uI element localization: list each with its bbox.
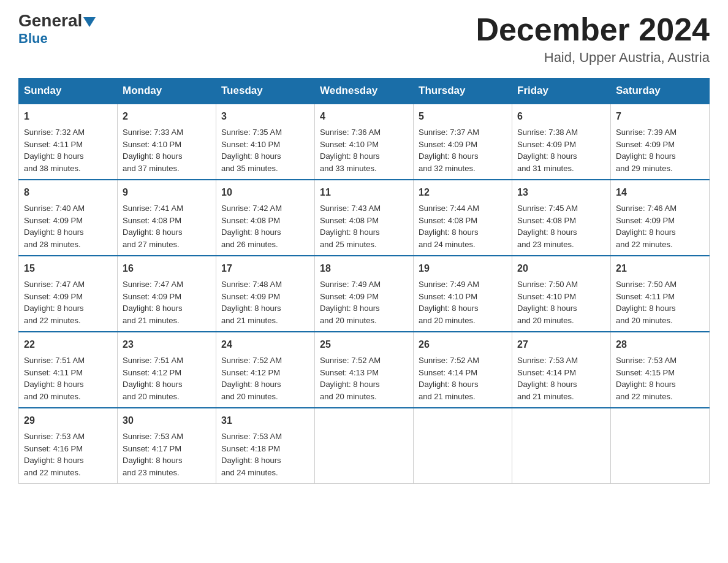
calendar-cell: 9Sunrise: 7:41 AM Sunset: 4:08 PM Daylig… xyxy=(118,180,216,256)
day-number: 23 xyxy=(123,337,211,352)
day-info: Sunrise: 7:51 AM Sunset: 4:11 PM Dayligh… xyxy=(24,354,112,402)
day-number: 30 xyxy=(123,413,211,428)
calendar-cell: 22Sunrise: 7:51 AM Sunset: 4:11 PM Dayli… xyxy=(19,332,118,408)
day-number: 14 xyxy=(616,185,704,200)
day-info: Sunrise: 7:47 AM Sunset: 4:09 PM Dayligh… xyxy=(123,278,211,326)
day-info: Sunrise: 7:32 AM Sunset: 4:11 PM Dayligh… xyxy=(24,126,112,174)
calendar-cell: 5Sunrise: 7:37 AM Sunset: 4:09 PM Daylig… xyxy=(414,104,512,180)
calendar-cell: 12Sunrise: 7:44 AM Sunset: 4:08 PM Dayli… xyxy=(414,180,512,256)
title-area: December 2024 Haid, Upper Austria, Austr… xyxy=(476,12,710,66)
calendar-cell: 15Sunrise: 7:47 AM Sunset: 4:09 PM Dayli… xyxy=(19,256,118,332)
month-title: December 2024 xyxy=(476,12,710,47)
day-info: Sunrise: 7:50 AM Sunset: 4:11 PM Dayligh… xyxy=(616,278,704,326)
header-saturday: Saturday xyxy=(611,79,710,104)
day-number: 22 xyxy=(24,337,112,352)
day-number: 31 xyxy=(221,413,309,428)
calendar-cell: 16Sunrise: 7:47 AM Sunset: 4:09 PM Dayli… xyxy=(118,256,216,332)
day-number: 19 xyxy=(419,261,507,276)
page-header: General Blue December 2024 Haid, Upper A… xyxy=(18,12,710,66)
day-info: Sunrise: 7:53 AM Sunset: 4:15 PM Dayligh… xyxy=(616,354,704,402)
calendar-cell: 7Sunrise: 7:39 AM Sunset: 4:09 PM Daylig… xyxy=(611,104,710,180)
day-number: 1 xyxy=(24,109,112,124)
day-info: Sunrise: 7:33 AM Sunset: 4:10 PM Dayligh… xyxy=(123,126,211,174)
calendar-cell: 13Sunrise: 7:45 AM Sunset: 4:08 PM Dayli… xyxy=(512,180,611,256)
header-sunday: Sunday xyxy=(19,79,118,104)
calendar-cell: 17Sunrise: 7:48 AM Sunset: 4:09 PM Dayli… xyxy=(216,256,315,332)
day-number: 21 xyxy=(616,261,704,276)
calendar-cell: 11Sunrise: 7:43 AM Sunset: 4:08 PM Dayli… xyxy=(315,180,414,256)
day-info: Sunrise: 7:36 AM Sunset: 4:10 PM Dayligh… xyxy=(320,126,408,174)
calendar-cell xyxy=(512,408,611,484)
day-info: Sunrise: 7:52 AM Sunset: 4:12 PM Dayligh… xyxy=(221,354,309,402)
logo-general-text: General xyxy=(18,11,82,30)
day-number: 4 xyxy=(320,109,408,124)
day-info: Sunrise: 7:47 AM Sunset: 4:09 PM Dayligh… xyxy=(24,278,112,326)
calendar-cell: 31Sunrise: 7:53 AM Sunset: 4:18 PM Dayli… xyxy=(216,408,315,484)
calendar-table: SundayMondayTuesdayWednesdayThursdayFrid… xyxy=(18,78,710,484)
day-info: Sunrise: 7:49 AM Sunset: 4:10 PM Dayligh… xyxy=(419,278,507,326)
day-info: Sunrise: 7:53 AM Sunset: 4:14 PM Dayligh… xyxy=(517,354,605,402)
calendar-cell: 2Sunrise: 7:33 AM Sunset: 4:10 PM Daylig… xyxy=(118,104,216,180)
calendar-week-row: 29Sunrise: 7:53 AM Sunset: 4:16 PM Dayli… xyxy=(19,408,710,484)
day-number: 28 xyxy=(616,337,704,352)
calendar-cell: 6Sunrise: 7:38 AM Sunset: 4:09 PM Daylig… xyxy=(512,104,611,180)
calendar-cell: 29Sunrise: 7:53 AM Sunset: 4:16 PM Dayli… xyxy=(19,408,118,484)
day-info: Sunrise: 7:53 AM Sunset: 4:16 PM Dayligh… xyxy=(24,431,112,478)
calendar-cell xyxy=(315,408,414,484)
day-number: 20 xyxy=(517,261,605,276)
day-number: 18 xyxy=(320,261,408,276)
calendar-cell: 25Sunrise: 7:52 AM Sunset: 4:13 PM Dayli… xyxy=(315,332,414,408)
day-number: 29 xyxy=(24,413,112,428)
day-number: 10 xyxy=(221,185,309,200)
day-number: 2 xyxy=(123,109,211,124)
header-monday: Monday xyxy=(118,79,216,104)
day-number: 27 xyxy=(517,337,605,352)
day-info: Sunrise: 7:52 AM Sunset: 4:14 PM Dayligh… xyxy=(419,354,507,402)
logo-general: General xyxy=(18,12,96,29)
day-number: 13 xyxy=(517,185,605,200)
calendar-cell: 19Sunrise: 7:49 AM Sunset: 4:10 PM Dayli… xyxy=(414,256,512,332)
calendar-cell: 26Sunrise: 7:52 AM Sunset: 4:14 PM Dayli… xyxy=(414,332,512,408)
calendar-cell: 1Sunrise: 7:32 AM Sunset: 4:11 PM Daylig… xyxy=(19,104,118,180)
day-number: 24 xyxy=(221,337,309,352)
day-number: 7 xyxy=(616,109,704,124)
calendar-week-row: 22Sunrise: 7:51 AM Sunset: 4:11 PM Dayli… xyxy=(19,332,710,408)
day-number: 11 xyxy=(320,185,408,200)
day-number: 12 xyxy=(419,185,507,200)
day-number: 25 xyxy=(320,337,408,352)
logo-blue-text: Blue xyxy=(18,31,48,47)
day-info: Sunrise: 7:48 AM Sunset: 4:09 PM Dayligh… xyxy=(221,278,309,326)
day-info: Sunrise: 7:44 AM Sunset: 4:08 PM Dayligh… xyxy=(419,202,507,250)
calendar-cell: 23Sunrise: 7:51 AM Sunset: 4:12 PM Dayli… xyxy=(118,332,216,408)
day-info: Sunrise: 7:49 AM Sunset: 4:09 PM Dayligh… xyxy=(320,278,408,326)
day-info: Sunrise: 7:41 AM Sunset: 4:08 PM Dayligh… xyxy=(123,202,211,250)
day-number: 5 xyxy=(419,109,507,124)
calendar-cell: 30Sunrise: 7:53 AM Sunset: 4:17 PM Dayli… xyxy=(118,408,216,484)
day-number: 17 xyxy=(221,261,309,276)
calendar-week-row: 15Sunrise: 7:47 AM Sunset: 4:09 PM Dayli… xyxy=(19,256,710,332)
day-info: Sunrise: 7:35 AM Sunset: 4:10 PM Dayligh… xyxy=(221,126,309,174)
day-number: 26 xyxy=(419,337,507,352)
calendar-cell: 21Sunrise: 7:50 AM Sunset: 4:11 PM Dayli… xyxy=(611,256,710,332)
day-info: Sunrise: 7:42 AM Sunset: 4:08 PM Dayligh… xyxy=(221,202,309,250)
day-info: Sunrise: 7:38 AM Sunset: 4:09 PM Dayligh… xyxy=(517,126,605,174)
day-number: 3 xyxy=(221,109,309,124)
day-number: 6 xyxy=(517,109,605,124)
header-friday: Friday xyxy=(512,79,611,104)
day-info: Sunrise: 7:53 AM Sunset: 4:18 PM Dayligh… xyxy=(221,431,309,478)
day-number: 8 xyxy=(24,185,112,200)
day-info: Sunrise: 7:50 AM Sunset: 4:10 PM Dayligh… xyxy=(517,278,605,326)
calendar-cell: 24Sunrise: 7:52 AM Sunset: 4:12 PM Dayli… xyxy=(216,332,315,408)
calendar-cell: 3Sunrise: 7:35 AM Sunset: 4:10 PM Daylig… xyxy=(216,104,315,180)
day-info: Sunrise: 7:53 AM Sunset: 4:17 PM Dayligh… xyxy=(123,431,211,478)
calendar-cell xyxy=(611,408,710,484)
day-info: Sunrise: 7:40 AM Sunset: 4:09 PM Dayligh… xyxy=(24,202,112,250)
calendar-cell: 18Sunrise: 7:49 AM Sunset: 4:09 PM Dayli… xyxy=(315,256,414,332)
calendar-week-row: 1Sunrise: 7:32 AM Sunset: 4:11 PM Daylig… xyxy=(19,104,710,180)
location-title: Haid, Upper Austria, Austria xyxy=(476,50,710,66)
calendar-week-row: 8Sunrise: 7:40 AM Sunset: 4:09 PM Daylig… xyxy=(19,180,710,256)
calendar-header-row: SundayMondayTuesdayWednesdayThursdayFrid… xyxy=(19,79,710,104)
day-info: Sunrise: 7:43 AM Sunset: 4:08 PM Dayligh… xyxy=(320,202,408,250)
calendar-cell: 10Sunrise: 7:42 AM Sunset: 4:08 PM Dayli… xyxy=(216,180,315,256)
calendar-cell: 28Sunrise: 7:53 AM Sunset: 4:15 PM Dayli… xyxy=(611,332,710,408)
